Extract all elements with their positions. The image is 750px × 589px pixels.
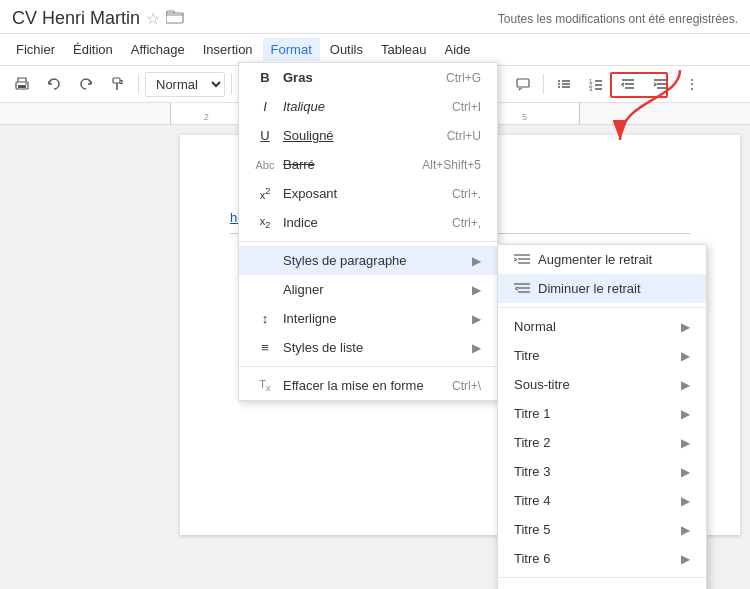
menu-aide[interactable]: Aide — [437, 38, 479, 61]
undo-button[interactable] — [40, 70, 68, 98]
style-dropdown[interactable]: Normal Titre 1 Titre 2 — [145, 72, 225, 97]
title-bar: CV Henri Martin ☆ Toutes les modificatio… — [0, 0, 750, 34]
titre3-arrow: ▶ — [681, 465, 690, 479]
submenu-titre3[interactable]: Titre 3 ▶ — [498, 457, 706, 486]
italique-label: Italique — [283, 99, 325, 114]
styles-liste-arrow: ▶ — [472, 341, 481, 355]
titre2-label: Titre 2 — [514, 435, 550, 450]
exposant-shortcut: Ctrl+. — [452, 187, 481, 201]
titre1-arrow: ▶ — [681, 407, 690, 421]
more-toolbar-button[interactable]: ⋮ — [678, 70, 706, 98]
decrease-indent-toolbar-button[interactable] — [614, 70, 642, 98]
menu-item-interligne[interactable]: ↕ Interligne ▶ — [239, 304, 497, 333]
toolbar-sep-2 — [231, 74, 232, 94]
titre4-label: Titre 4 — [514, 493, 550, 508]
styles-liste-label: Styles de liste — [283, 340, 363, 355]
star-icon[interactable]: ☆ — [146, 9, 160, 28]
souligne-shortcut: Ctrl+U — [447, 129, 481, 143]
submenu-normal[interactable]: Normal ▶ — [498, 312, 706, 341]
styles-sep-1 — [498, 307, 706, 308]
menu-insertion[interactable]: Insertion — [195, 38, 261, 61]
paint-format-button[interactable] — [104, 70, 132, 98]
gras-label: Gras — [283, 70, 313, 85]
menu-tableau[interactable]: Tableau — [373, 38, 435, 61]
interligne-arrow: ▶ — [472, 312, 481, 326]
effacer-icon: Tx — [255, 378, 275, 393]
titre-arrow: ▶ — [681, 349, 690, 363]
styles-para-label: Styles de paragraphe — [283, 253, 407, 268]
souligne-icon: U — [255, 128, 275, 143]
menu-item-souligne[interactable]: U Souligné Ctrl+U — [239, 121, 497, 150]
print-button[interactable] — [8, 70, 36, 98]
svg-point-3 — [25, 83, 27, 85]
styles-liste-icon: ≡ — [255, 340, 275, 355]
italique-icon: I — [255, 99, 275, 114]
submenu-augmenter-retrait[interactable]: Augmenter le retrait — [498, 245, 706, 274]
normal-arrow: ▶ — [681, 320, 690, 334]
format-menu[interactable]: B Gras Ctrl+G I Italique Ctrl+I U Soulig… — [238, 62, 498, 401]
barre-icon: Abc — [255, 159, 275, 171]
styles-sep-2 — [498, 577, 706, 578]
save-status: Toutes les modifications ont été enregis… — [498, 12, 738, 26]
menu-sep-2 — [239, 366, 497, 367]
exposant-icon: x2 — [255, 186, 275, 201]
list-ul-button[interactable] — [550, 70, 578, 98]
submenu-diminuer-retrait[interactable]: Diminuer le retrait — [498, 274, 706, 303]
menu-item-exposant[interactable]: x2 Exposant Ctrl+. — [239, 179, 497, 208]
gras-icon: B — [255, 70, 275, 85]
menu-edition[interactable]: Édition — [65, 38, 121, 61]
diminuer-retrait-label: Diminuer le retrait — [538, 281, 641, 296]
sidebar-left — [0, 125, 170, 589]
titre4-arrow: ▶ — [681, 494, 690, 508]
submenu-titre6[interactable]: Titre 6 ▶ — [498, 544, 706, 573]
titre3-label: Titre 3 — [514, 464, 550, 479]
italique-shortcut: Ctrl+I — [452, 100, 481, 114]
menu-item-gras[interactable]: B Gras Ctrl+G — [239, 63, 497, 92]
submenu-titre4[interactable]: Titre 4 ▶ — [498, 486, 706, 515]
sous-titre-label: Sous-titre — [514, 377, 570, 392]
menu-sep-1 — [239, 241, 497, 242]
menu-format[interactable]: Format — [263, 38, 320, 61]
interligne-icon: ↕ — [255, 311, 275, 326]
submenu-sous-titre[interactable]: Sous-titre ▶ — [498, 370, 706, 399]
indice-shortcut: Ctrl+, — [452, 216, 481, 230]
list-ol-button[interactable]: 1.2.3. — [582, 70, 610, 98]
titre5-label: Titre 5 — [514, 522, 550, 537]
titre6-label: Titre 6 — [514, 551, 550, 566]
titre1-label: Titre 1 — [514, 406, 550, 421]
submenu-titre2[interactable]: Titre 2 ▶ — [498, 428, 706, 457]
menu-item-styles-liste[interactable]: ≡ Styles de liste ▶ — [239, 333, 497, 362]
menu-item-indice[interactable]: x2 Indice Ctrl+, — [239, 208, 497, 237]
menu-item-aligner[interactable]: Aligner ▶ — [239, 275, 497, 304]
toolbar-sep-1 — [138, 74, 139, 94]
submenu-titre1[interactable]: Titre 1 ▶ — [498, 399, 706, 428]
svg-rect-9 — [517, 79, 529, 87]
submenu-options[interactable]: ⚙ Options ▶ — [498, 582, 706, 589]
svg-point-12 — [558, 86, 560, 88]
svg-point-10 — [558, 80, 560, 82]
redo-button[interactable] — [72, 70, 100, 98]
svg-rect-4 — [113, 78, 120, 83]
titre5-arrow: ▶ — [681, 523, 690, 537]
menu-item-effacer[interactable]: Tx Effacer la mise en forme Ctrl+\ — [239, 371, 497, 400]
increase-indent-toolbar-button[interactable] — [646, 70, 674, 98]
styles-para-arrow: ▶ — [472, 254, 481, 268]
aligner-label: Aligner — [283, 282, 323, 297]
menu-item-italique[interactable]: I Italique Ctrl+I — [239, 92, 497, 121]
menu-fichier[interactable]: Fichier — [8, 38, 63, 61]
svg-point-11 — [558, 83, 560, 85]
toolbar-sep-5 — [543, 74, 544, 94]
document-title: CV Henri Martin — [12, 8, 140, 29]
menu-item-barre[interactable]: Abc Barré Alt+Shift+5 — [239, 150, 497, 179]
menu-item-styles-paragraphe[interactable]: Styles de paragraphe ▶ Augmenter le retr… — [239, 246, 497, 275]
menu-affichage[interactable]: Affichage — [123, 38, 193, 61]
souligne-label: Souligné — [283, 128, 334, 143]
submenu-titre5[interactable]: Titre 5 ▶ — [498, 515, 706, 544]
aligner-arrow: ▶ — [472, 283, 481, 297]
comment-button[interactable] — [509, 70, 537, 98]
paragraphe-submenu[interactable]: Augmenter le retrait Diminuer le retrait… — [497, 244, 707, 589]
menu-outils[interactable]: Outils — [322, 38, 371, 61]
augmenter-retrait-label: Augmenter le retrait — [538, 252, 652, 267]
submenu-titre[interactable]: Titre ▶ — [498, 341, 706, 370]
indice-icon: x2 — [255, 215, 275, 230]
